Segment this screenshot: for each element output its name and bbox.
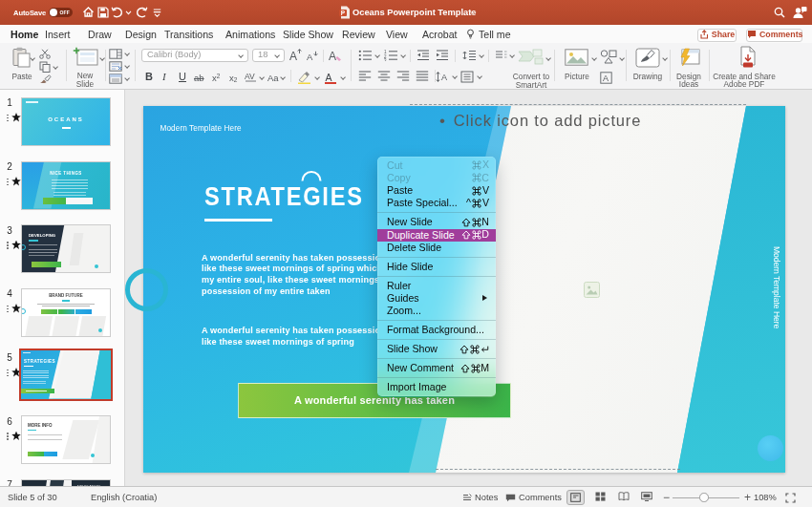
svg-text:A: A [307,52,313,62]
svg-text:A: A [326,71,332,82]
svg-text:A: A [289,50,297,62]
svg-text:3: 3 [384,57,387,61]
svg-text:A: A [603,74,609,83]
svg-text:A: A [329,50,336,63]
svg-text:P: P [341,10,346,16]
svg-text:A: A [441,73,447,82]
svg-text:AV: AV [245,72,255,81]
